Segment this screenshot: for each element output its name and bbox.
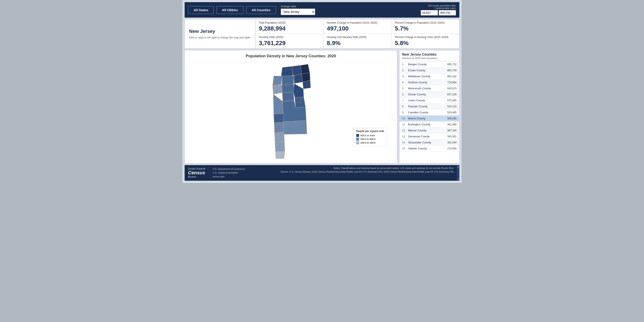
county-rank: 9. bbox=[402, 111, 408, 114]
county-name: Morris County bbox=[408, 117, 447, 120]
salem-county[interactable] bbox=[274, 132, 284, 142]
bergen-county[interactable] bbox=[300, 64, 310, 74]
county-population: 524,118 bbox=[447, 105, 456, 108]
county-name: Camden County bbox=[408, 111, 447, 114]
footer-logo-top: United States® bbox=[188, 168, 206, 170]
hunterdon-county[interactable] bbox=[273, 85, 282, 94]
scroll-up-arrow[interactable]: ▲ bbox=[457, 166, 459, 168]
population-filter: Set county population filter(ranking tab… bbox=[421, 4, 456, 16]
county-rank: 10. bbox=[402, 117, 408, 120]
monmouth-county[interactable] bbox=[295, 97, 306, 108]
county-name: Union County bbox=[408, 99, 447, 102]
map-title: Population Density in New Jersey Countie… bbox=[188, 54, 394, 58]
map-panel: Population Density in New Jersey Countie… bbox=[184, 50, 397, 163]
map-legend: People per square mile 500.0 or more 200… bbox=[353, 128, 387, 147]
legend-label-1: 500.0 or more bbox=[360, 134, 375, 137]
footer-source-line: Source: U.S. Census Bureau, 2010 Census … bbox=[251, 170, 454, 174]
header: All States All CBSAs All Counties Change… bbox=[184, 2, 460, 18]
county-row[interactable]: 11.Burlington County461,860 bbox=[400, 122, 459, 128]
county-row[interactable]: 13.Somerset County345,361 bbox=[400, 134, 459, 140]
county-rank: 14. bbox=[402, 141, 408, 144]
county-name: Essex County bbox=[408, 69, 447, 72]
county-row[interactable]: 3.Middlesex County863,162 bbox=[400, 74, 459, 80]
stat-label-5: Percent Change in Housing Units (2010–20… bbox=[395, 36, 456, 39]
county-list[interactable]: 1.Bergen County955,7322.Essex County863,… bbox=[400, 62, 459, 163]
stat-value-5: 5.8% bbox=[395, 40, 456, 46]
burlington-county[interactable] bbox=[273, 94, 283, 114]
county-population: 643,615 bbox=[447, 87, 456, 90]
county-population: 461,860 bbox=[447, 123, 456, 126]
county-row[interactable]: 9.Camden County523,485 bbox=[400, 110, 459, 116]
stat-cell-4[interactable]: Housing Unit Vacancy Rate (2020):8.9% bbox=[323, 34, 391, 48]
stat-value-2: 5.7% bbox=[395, 25, 456, 32]
county-population: 387,340 bbox=[447, 129, 456, 132]
county-row[interactable]: 12.Mercer County387,340 bbox=[400, 128, 459, 134]
stat-cell-5[interactable]: Percent Change in Housing Units (2010–20… bbox=[391, 34, 459, 48]
county-row[interactable]: 14.Gloucester County302,294 bbox=[400, 140, 459, 146]
state-name: New Jersey bbox=[189, 28, 251, 34]
pop-filter-max[interactable] bbox=[439, 10, 456, 16]
county-row[interactable]: 4.Hudson County724,854 bbox=[400, 80, 459, 86]
county-row[interactable]: 10.Morris County509,285 bbox=[400, 116, 459, 122]
capemay-county[interactable] bbox=[276, 151, 285, 159]
stats-row: New Jersey Click a value to the right to… bbox=[184, 19, 460, 48]
county-rank: 7. bbox=[402, 99, 408, 102]
state-label-box: New Jersey Click a value to the right to… bbox=[185, 20, 255, 48]
stat-cell-2[interactable]: Percent Change in Population (2010–2020)… bbox=[391, 20, 459, 34]
footer-dept-line3: census.gov bbox=[212, 175, 245, 178]
county-rank: 1. bbox=[402, 63, 408, 66]
county-row[interactable]: 5.Monmouth County643,615 bbox=[400, 86, 459, 92]
mercer-county[interactable] bbox=[282, 92, 294, 101]
legend-title: People per square mile bbox=[356, 130, 384, 133]
stat-cell-0[interactable]: Total Population (2020):9,288,994 bbox=[255, 20, 323, 34]
state-select[interactable]: New JerseyAlabamaAlaskaArizonaArkansasCa… bbox=[281, 8, 315, 15]
passaic-county[interactable] bbox=[292, 65, 302, 76]
county-rank: 6. bbox=[402, 93, 408, 96]
camden-county[interactable] bbox=[274, 114, 283, 123]
population-filter-label: Set county population filter(ranking tab… bbox=[428, 4, 456, 10]
morris-county[interactable] bbox=[282, 76, 294, 85]
county-row[interactable]: 2.Essex County863,728 bbox=[400, 68, 459, 74]
county-name: Hudson County bbox=[408, 81, 447, 84]
middlesex-county[interactable] bbox=[294, 84, 304, 98]
all-states-button[interactable]: All States bbox=[188, 6, 214, 14]
all-counties-button[interactable]: All Counties bbox=[246, 6, 276, 14]
gloucester-county[interactable] bbox=[274, 122, 284, 133]
county-row[interactable]: 6.Ocean County637,229 bbox=[400, 92, 459, 98]
county-name: Monmouth County bbox=[408, 87, 447, 90]
county-row[interactable]: 8.Passaic County524,118 bbox=[400, 104, 459, 110]
county-rank: 13. bbox=[402, 135, 408, 138]
atlantic-county[interactable] bbox=[283, 121, 307, 134]
warren-county[interactable] bbox=[273, 76, 282, 86]
footer-logo-main: Census bbox=[188, 170, 206, 176]
county-population: 637,229 bbox=[447, 93, 456, 96]
footer-notes-line: Notes: Classifications and ranking based… bbox=[251, 166, 454, 170]
county-row[interactable]: 15.Atlantic County274,534 bbox=[400, 146, 459, 152]
county-rank: 5. bbox=[402, 87, 408, 90]
footer-logo: United States® Census Bureau bbox=[184, 165, 209, 181]
county-row[interactable]: 1.Bergen County955,732 bbox=[400, 62, 459, 68]
county-name: Burlington County bbox=[408, 123, 447, 126]
pop-filter-min[interactable] bbox=[421, 10, 438, 16]
county-row[interactable]: 7.Union County575,345 bbox=[400, 98, 459, 104]
county-name: Mercer County bbox=[408, 129, 447, 132]
essex-county[interactable] bbox=[294, 74, 303, 84]
cumberland-county[interactable] bbox=[275, 142, 285, 152]
county-population: 523,485 bbox=[447, 111, 456, 114]
county-population: 575,345 bbox=[447, 99, 456, 102]
all-cbsas-button[interactable]: All CBSAs bbox=[216, 6, 244, 14]
sussex-county[interactable] bbox=[281, 66, 293, 77]
stat-cell-3[interactable]: Housing Units (2020):3,761,229 bbox=[255, 34, 323, 48]
main-content: Population Density in New Jersey Countie… bbox=[184, 50, 460, 163]
stat-cell-1[interactable]: Numeric Change in Population (2010–2020)… bbox=[323, 20, 391, 34]
county-name: Bergen County bbox=[408, 63, 447, 66]
stat-label-1: Numeric Change in Population (2010–2020)… bbox=[327, 21, 388, 24]
county-rank: 3. bbox=[402, 75, 408, 78]
stat-value-4: 8.9% bbox=[327, 40, 388, 46]
county-name: Atlantic County bbox=[408, 147, 447, 150]
scroll-down-arrow[interactable]: ▼ bbox=[457, 178, 459, 181]
somerset-county[interactable] bbox=[282, 84, 294, 93]
footer-scrollbar[interactable]: ▲ ▼ bbox=[457, 165, 460, 181]
county-population: 345,361 bbox=[447, 135, 456, 138]
legend-swatch-2 bbox=[356, 138, 359, 140]
